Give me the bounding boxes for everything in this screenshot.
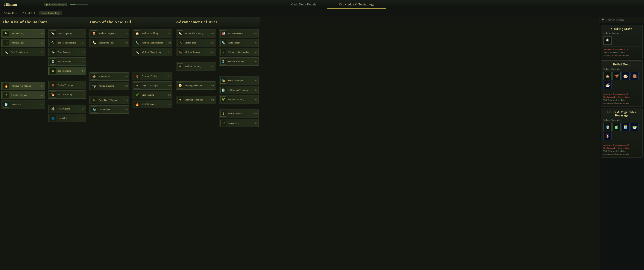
oil-pressing-count: 0/ (255, 89, 257, 91)
tech-premium-potting[interactable]: 🏺 Premium Potting 0/1 (132, 72, 172, 80)
tech-potting-technique[interactable]: 🏺 Potting Technique 0/2 (48, 81, 86, 89)
tech-smelting-technique[interactable]: ⚗ Smelting Technique 0/2 (176, 96, 216, 104)
tech-primitive-tool[interactable]: ⛏ Primitive Tool 5/5 (2, 39, 45, 47)
tech-linen-gear-1[interactable]: 👕 Linen Gear 0/2 (2, 100, 45, 109)
advanced-carpentry-label: Advanced Carpentry (185, 32, 210, 35)
reset-technology-button[interactable]: Reset Technology (39, 11, 62, 15)
spacer-5f (176, 110, 216, 114)
sidebar-panels: Cooking Stove Unlock Blueprint: 🍳 Awaren… (600, 23, 644, 270)
drying-technique-icon: ☀ (134, 82, 140, 88)
tech-beast-bone-tools[interactable]: 🦴 Beast Bone Tools 0/4 (90, 39, 129, 47)
spacer-4b (132, 62, 172, 66)
tech-leather-gear[interactable]: 🧤 Leather Gear 0/4 (90, 105, 129, 114)
stone-weapon-count: 0/7 (82, 108, 84, 110)
fruits-veg-req-acquire: Need to acquire: Cooking Stove (604, 147, 640, 149)
tech-premium-food[interactable]: 🍲 Premium Food 0/2 (90, 72, 129, 81)
smelting-technique-label: Smelting Technique (185, 98, 210, 101)
col-header-3: Dawn of the New Tribe (88, 17, 131, 27)
primitive-tool-icon: ⛏ (3, 40, 9, 46)
tech-basic-carpentry[interactable]: 🪚 Basic Carpentry 0/5 (48, 29, 86, 38)
top-bar: Tillmann Awareness Strength Mask Node Re… (0, 0, 644, 9)
column-2: 🪚 Basic Carpentry 0/5 🔨 Basic Craftsmans… (47, 17, 88, 270)
tech-bronze-gear[interactable]: 🛡 Bronze Gear 0/ (219, 119, 258, 127)
column-3: Dawn of the New Tribe 🪵 Medium Carpentry… (88, 17, 131, 270)
tech-medium-carpentry[interactable]: 🪵 Medium Carpentry 0/2 (90, 29, 129, 38)
tech-basic-uncraft[interactable]: 🔩 Basic Uncraft 0/ (219, 39, 258, 47)
medium-slaughtering-count: 0/1 (168, 51, 171, 53)
medium-tannery-label: Medium Tannery (185, 51, 210, 54)
tab-knowledge-technology[interactable]: Knowledge & Technology (328, 1, 386, 9)
tech-medium-slaughtering[interactable]: 🔪 Medium Slaughtering 0/1 (132, 48, 172, 56)
spacer-4d (132, 109, 172, 113)
primitive-fire-label: Primitive Fire Making (11, 85, 40, 87)
food-processing-label: Food Processing (58, 93, 81, 96)
tech-basic-building[interactable]: 🏗 Basic Building 6/6 (2, 29, 45, 38)
tech-food-processing[interactable]: 🍖 Food Processing 0/5 (48, 90, 86, 99)
cooking-stove-icon-0: 🍳 (604, 36, 612, 45)
tech-production-base[interactable]: 🏭 Production Base 0/7 (219, 29, 258, 38)
tech-stone-weapon[interactable]: 🪨 Stone Weapon 0/7 (48, 105, 86, 113)
tech-medium-building[interactable]: 🏠 Medium Building 0/7 (132, 29, 172, 38)
tech-basic-tannery[interactable]: 🐄 Basic Tannery 0/5 (48, 48, 86, 56)
panel-cooking-stove: Cooking Stove Unlock Blueprint: 🍳 Awaren… (601, 25, 642, 59)
basic-tannery-count: 0/5 (82, 51, 84, 53)
tab-mask-node-repair[interactable]: Mask Node Repair (279, 1, 328, 9)
spacer-5d (176, 91, 216, 94)
tech-basic-weaving[interactable]: 🧵 Basic Weaving 0/5 (48, 57, 86, 66)
tech-primitive-weapon[interactable]: 🗡 Primitive Weapon 4/4 (2, 91, 45, 99)
column-6: 🏭 Production Base 0/7 🔩 Basic Uncraft 0/… (217, 17, 260, 270)
medium-craftsmanship-count: 0/2 (168, 42, 171, 44)
premium-food-label: Premium Food (99, 75, 124, 78)
tech-oil-pressing[interactable]: 🫙 Oil Pressing Technique 0/ (219, 86, 258, 94)
player-name: Tillmann (4, 3, 41, 7)
col-content-4: 🏠 Medium Building 0/7 🔧 Medium Craftsman… (131, 27, 174, 270)
bronze-gear-label: Bronze Gear (228, 122, 254, 124)
production-base-icon: 🏭 (220, 30, 226, 36)
beast-bone-tools-count: 0/4 (125, 42, 128, 44)
tech-beast-bone-weapon[interactable]: ⚔ Beast Bone Weapon 0/10 (90, 96, 129, 104)
basic-craftsmanship-label: Basic Craftsmanship (58, 41, 81, 44)
panel-boiled-food: Boiled Food Unlock Blueprint: 🍲 🫕 🍛 🥘 🍜 … (601, 60, 642, 106)
basic-uncraft-count: 0/ (255, 42, 257, 44)
tech-drying-technique[interactable]: ☀ Drying Technique 0/2 (132, 81, 172, 90)
tech-premium-planting[interactable]: 🌱 Premium Planting 0/ (219, 95, 258, 103)
tech-primitive-fire-making[interactable]: 🔥 Primitive Fire Making 1/1 (2, 82, 45, 90)
basic-carpentry-count: 0/5 (82, 32, 84, 35)
tech-brewing-technique[interactable]: 🍺 Brewing Technique 0/4 (176, 81, 216, 90)
medium-grinding-count: 0/1 (211, 65, 214, 68)
tech-tree: The Rise of the Barbarians 🏗 Basic Build… (0, 17, 599, 270)
tech-basic-craftsmanship[interactable]: 🔨 Basic Craftsmanship 0/1 (48, 39, 86, 47)
cooking-stove-title: Cooking Stove (604, 27, 640, 31)
smelting-technique-icon: ⚗ (177, 97, 183, 103)
formula-search-input[interactable] (606, 19, 642, 21)
panel-fruits-veg-bev: Fruits & Vegetables Beverage Unlock Blue… (601, 108, 642, 158)
bronze-tool-label: Bronze Tool (185, 41, 210, 44)
tech-animal-breeding[interactable]: 🐄 Animal Breeding 0/3 (90, 82, 129, 90)
tech-medium-tannery[interactable]: 🐂 Medium Tannery 0/1 (176, 48, 216, 56)
tech-kiln-technique[interactable]: 🔥 Kiln Technique 0/2 (132, 100, 172, 108)
tech-basic-slaughtering[interactable]: 🔪 Basic Slaughtering 0/5 (2, 48, 45, 56)
spacer-3d (90, 63, 129, 66)
tech-medium-craftsmanship[interactable]: 🔧 Medium Craftsmanship 0/2 (132, 39, 172, 47)
crop-planting-icon: 🌿 (134, 92, 140, 98)
tech-advanced-carpentry[interactable]: 🪚 Advanced Carpentry 0/5 (176, 29, 216, 38)
boiled-food-icons: 🍲 🫕 🍛 🥘 🍜 (604, 72, 640, 89)
tech-linen-gear-2[interactable]: 🧥 Linen Gear 0/2 (48, 114, 86, 122)
leather-gear-count: 0/4 (125, 108, 128, 111)
basic-carpentry-label: Basic Carpentry (58, 32, 81, 35)
tech-medium-weaving[interactable]: 🧵 Medium Weaving 0/ (219, 57, 258, 66)
drying-technique-label: Drying Technique (142, 84, 167, 87)
tech-bronze-tool[interactable]: ⛏ Bronze Tool 0/5 (176, 39, 216, 47)
tech-crop-planting[interactable]: 🌿 Crop Planting 0/5 (132, 91, 172, 99)
bronze-tool-count: 0/5 (211, 42, 214, 44)
tech-advanced-slaughtering[interactable]: ⚔ Advanced Slaughtering 0/ (219, 48, 258, 56)
tech-mask-technique[interactable]: 🎭 Mask Technique 0/ (219, 76, 258, 85)
tech-medium-grinding[interactable]: ⚙ Medium Grinding 0/1 (176, 62, 216, 70)
beast-bone-tools-label: Beast Bone Tools (99, 41, 124, 44)
beast-bone-tools-icon: 🦴 (91, 40, 97, 46)
potting-technique-count: 0/2 (82, 84, 84, 86)
spacer-5c (176, 76, 216, 80)
animal-breeding-label: Animal Breeding (99, 85, 124, 87)
tech-bronze-weapon[interactable]: 🗡 Bronze Weapon 0/12 (219, 109, 258, 118)
tech-basic-grinding[interactable]: ⚙ Basic Grinding 1/5 (48, 67, 86, 75)
